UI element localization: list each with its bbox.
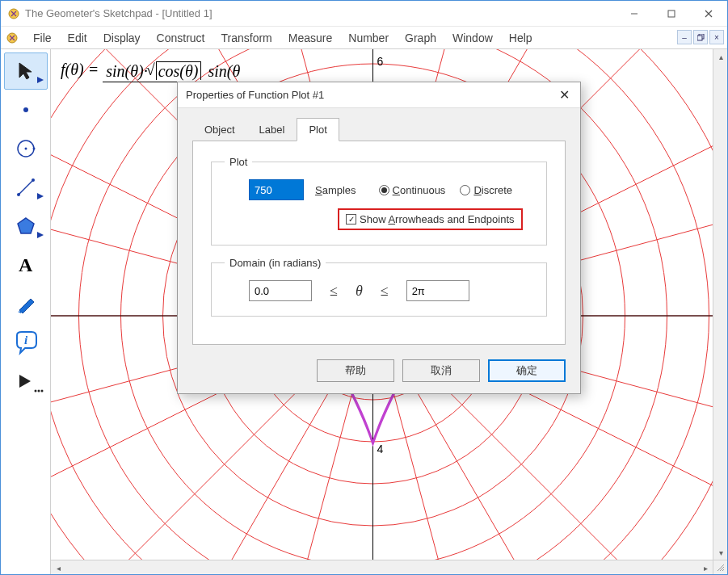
ok-button[interactable]: 确定 — [488, 359, 566, 382]
svg-point-14 — [32, 178, 35, 182]
tab-object[interactable]: Object — [192, 118, 247, 141]
text-tool[interactable]: A — [4, 246, 48, 283]
formula-den: sin(θ — [208, 61, 241, 80]
resize-grip[interactable] — [713, 560, 727, 574]
line-tool[interactable] — [4, 169, 48, 206]
svg-line-12 — [19, 180, 33, 195]
leq-2: ≤ — [381, 283, 389, 300]
scroll-left-button[interactable]: ◂ — [51, 560, 65, 574]
window-title: The Geometer's Sketchpad - [Untitled 1] — [25, 7, 616, 19]
maximize-button[interactable] — [653, 1, 690, 26]
tab-plot[interactable]: Plot — [297, 118, 339, 141]
function-formula[interactable]: f(θ) = sin(θ)·cos(θ) sin(θ — [61, 61, 240, 81]
mdi-minimize-button[interactable]: – — [677, 30, 692, 44]
mdi-close-button[interactable]: × — [709, 30, 724, 44]
menu-number[interactable]: Number — [340, 28, 397, 48]
polygon-tool[interactable] — [4, 208, 48, 245]
svg-point-11 — [32, 148, 35, 150]
minimize-button[interactable] — [616, 1, 653, 26]
axis-tick-top: 6 — [377, 55, 384, 68]
submenu-indicator-icon — [37, 73, 44, 86]
menu-display[interactable]: Display — [95, 28, 149, 48]
svg-point-19 — [37, 390, 40, 392]
domain-legend: Domain (in radians) — [225, 257, 326, 269]
more-icon — [34, 384, 44, 396]
svg-point-10 — [24, 148, 27, 150]
menu-graph[interactable]: Graph — [397, 28, 444, 48]
samples-label: SSamplesamples — [315, 184, 356, 196]
formula-lhs: f(θ) = — [61, 61, 103, 78]
domain-group: Domain (in radians) ≤ θ ≤ — [211, 257, 547, 317]
horizontal-scrollbar[interactable]: ◂ ▸ — [51, 560, 713, 574]
tab-label[interactable]: Label — [247, 118, 297, 141]
svg-point-20 — [40, 390, 43, 392]
domain-from-input[interactable] — [249, 280, 312, 301]
axis-tick-mid: 4 — [377, 443, 384, 455]
svg-marker-15 — [18, 218, 34, 233]
formula-num-left: sin(θ)· — [106, 62, 147, 80]
custom-tool[interactable] — [4, 363, 48, 400]
mdi-restore-button[interactable] — [693, 30, 708, 44]
tab-panel-plot: Plot SSamplesamples Continuous Discrete … — [192, 141, 566, 345]
continuous-radio[interactable]: Continuous — [379, 184, 446, 196]
scroll-down-button[interactable]: ▾ — [713, 545, 727, 560]
discrete-radio[interactable]: Discrete — [460, 184, 512, 196]
svg-point-18 — [34, 390, 36, 392]
close-button[interactable] — [690, 1, 727, 26]
window-controls — [616, 1, 727, 26]
menu-transform[interactable]: Transform — [213, 28, 280, 48]
document-icon — [6, 31, 19, 44]
point-tool[interactable] — [4, 91, 48, 128]
arrow-tool[interactable] — [4, 52, 48, 90]
circle-tool[interactable] — [4, 130, 48, 167]
domain-to-input[interactable] — [406, 280, 469, 301]
marker-tool[interactable] — [4, 285, 48, 322]
dialog-title: Properties of Function Plot #1 — [186, 89, 324, 101]
dialog-buttons: 帮助 取消 确定 — [178, 356, 580, 393]
properties-dialog: Properties of Function Plot #1 ✕ Object … — [177, 82, 581, 394]
submenu-indicator-icon — [37, 229, 44, 241]
svg-rect-2 — [668, 10, 675, 17]
highlight-box: ✓ Show Arrowheads and Endpoints — [338, 208, 523, 230]
mdi-controls: – × — [677, 30, 724, 44]
vertical-scrollbar[interactable]: ▴ ▾ — [713, 49, 727, 560]
svg-text:A: A — [19, 254, 33, 275]
show-arrowheads-checkbox[interactable]: ✓ Show Arrowheads and Endpoints — [346, 213, 515, 225]
information-tool[interactable]: i — [4, 324, 48, 361]
submenu-indicator-icon — [37, 190, 44, 202]
menu-measure[interactable]: Measure — [280, 28, 340, 48]
menu-help[interactable]: Help — [501, 28, 541, 48]
menu-file[interactable]: File — [25, 28, 60, 48]
app-icon — [7, 7, 20, 20]
tool-palette: A i — [1, 49, 51, 574]
svg-text:i: i — [24, 334, 28, 346]
cancel-button[interactable]: 取消 — [402, 359, 480, 382]
scroll-right-button[interactable]: ▸ — [698, 560, 713, 574]
menu-window[interactable]: Window — [444, 28, 501, 48]
titlebar: The Geometer's Sketchpad - [Untitled 1] — [1, 1, 727, 27]
menubar: File Edit Display Construct Transform Me… — [1, 27, 727, 49]
plot-group: Plot SSamplesamples Continuous Discrete … — [211, 156, 547, 246]
leq-1: ≤ — [330, 283, 338, 300]
theta-symbol: θ — [356, 283, 363, 300]
main-window: The Geometer's Sketchpad - [Untitled 1] … — [0, 0, 728, 575]
menu-construct[interactable]: Construct — [149, 28, 213, 48]
samples-input[interactable] — [249, 179, 304, 200]
svg-rect-7 — [697, 36, 702, 40]
scroll-up-button[interactable]: ▴ — [713, 49, 727, 64]
formula-num-right: cos(θ) — [156, 61, 201, 80]
svg-point-8 — [23, 107, 28, 112]
help-button[interactable]: 帮助 — [317, 359, 394, 382]
dialog-titlebar[interactable]: Properties of Function Plot #1 ✕ — [178, 82, 580, 108]
plot-legend: Plot — [225, 156, 252, 168]
dialog-close-button[interactable]: ✕ — [548, 82, 580, 107]
tabstrip: Object Label Plot — [178, 108, 580, 141]
menu-edit[interactable]: Edit — [60, 28, 95, 48]
svg-point-13 — [17, 193, 20, 196]
